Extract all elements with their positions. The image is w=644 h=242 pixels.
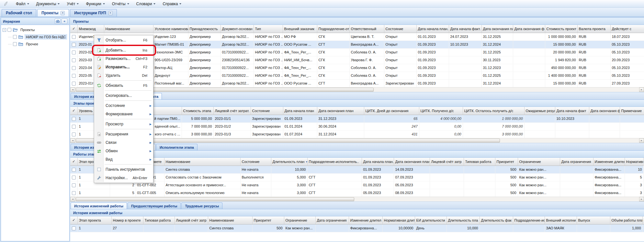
search-binoculars-icon[interactable]	[55, 18, 61, 24]
scroll-right-icon[interactable]: ►	[639, 87, 644, 92]
projects-hscrollbar[interactable]: ◄ ►	[70, 87, 644, 92]
main-tab-projects[interactable]: Проекты✕	[37, 9, 69, 17]
column-header[interactable]: Длительность пла	[446, 216, 480, 224]
column-header[interactable]: Внешний заказчик	[283, 25, 317, 33]
column-header[interactable]: Типовая работа	[464, 158, 495, 166]
stage-row[interactable]: 1еденной опыт...7 000 000,002023-01/2Зар…	[70, 122, 644, 130]
column-header[interactable]: ЦИТК. Получено д/с	[419, 107, 463, 115]
column-header[interactable]: Объём работы пла	[610, 216, 642, 224]
column-header[interactable]: ЕИ длительности	[415, 216, 446, 224]
row-checkbox[interactable]	[72, 58, 76, 62]
row-checkbox[interactable]	[72, 191, 76, 195]
row-checkbox[interactable]	[72, 35, 76, 39]
scroll-left-icon[interactable]: ◄	[70, 138, 75, 143]
row-checkbox[interactable]	[72, 168, 76, 172]
menu-item-toolbar-toggle[interactable]: Панель инструментов	[95, 165, 153, 174]
column-header[interactable]: Приоритет	[252, 216, 284, 224]
work-row[interactable]: 1101-СГТ-001Согласовать состав с Заказчи…	[70, 173, 643, 181]
menu-item-settings[interactable]: Настройки...Alt+Enter	[95, 174, 153, 182]
column-header[interactable]: Условное наименова	[153, 25, 188, 33]
project-row[interactable]: 2023-05ДредноутДемопример017310000922...…	[70, 72, 644, 79]
project-row[interactable]: 2023-04Вектор-АЦДемопример017310000922..…	[70, 64, 644, 72]
menu-item-preview[interactable]: Просмотр▶	[95, 120, 153, 128]
menu-item-view[interactable]: Вид▶	[95, 155, 153, 164]
tree-checkbox[interactable]	[13, 42, 17, 46]
row-checkbox[interactable]	[72, 82, 76, 86]
menubar-item-reports[interactable]: Отчёты	[108, 0, 133, 7]
scroll-left-icon[interactable]: ◄	[70, 197, 75, 202]
scroll-right-icon[interactable]: ►	[639, 138, 644, 143]
menu-item-delete[interactable]: УдалитьDel	[95, 71, 153, 80]
works-hscrollbar[interactable]: ◄ ►	[70, 197, 644, 202]
row-checkbox[interactable]	[72, 66, 76, 70]
column-header[interactable]: Подразделение-исполнитель..	[307, 158, 362, 166]
column-header[interactable]: Нормативная длит	[382, 216, 415, 224]
work-row[interactable]: 1Синтез сплаваНе начата10,00001.09.20231…	[70, 166, 643, 173]
stage-row[interactable]: 1кого отчета с ...3 000 000,002023-01/3З…	[70, 130, 644, 138]
column-header[interactable]: Состояние	[384, 25, 416, 33]
column-header[interactable]: Примечание	[620, 107, 644, 115]
column-header[interactable]: Дата окончания ф	[513, 25, 545, 33]
tree-item-prochee[interactable]: Прочее	[1, 40, 69, 48]
menu-item-state[interactable]: Состояние▶	[95, 101, 153, 110]
column-header[interactable]: Этап проекта	[77, 216, 111, 224]
close-tab-icon[interactable]: ✕	[61, 11, 65, 15]
project-row[interactable]: 2023-01Магнит ПМ085-01ДемопримерДоговор …	[70, 40, 644, 48]
project-row[interactable]: 2023-02Технология-ЭМСДемопример017310000…	[70, 48, 644, 56]
menu-item-extensions[interactable]: Расширения▶	[95, 130, 153, 138]
column-header[interactable]: Дата начала план.	[416, 25, 449, 33]
menu-item-formation[interactable]: Формирование▶	[95, 110, 153, 118]
column-header[interactable]: Дата начала факт.	[449, 25, 481, 33]
column-header[interactable]: Подразделение-от	[317, 25, 349, 33]
column-header[interactable]: Мнемокод	[77, 25, 104, 33]
column-header[interactable]: Выпуск	[577, 216, 610, 224]
tree-item-projects-root[interactable]: −Проекты	[1, 26, 69, 33]
menubar-item-functions[interactable]: Функции	[82, 0, 108, 7]
work-history-row[interactable]: 127Синтез сплава500Как можно ран...Фикси…	[70, 224, 644, 232]
column-header[interactable]: Наименование	[104, 25, 153, 33]
row-checkbox[interactable]	[72, 176, 76, 179]
column-header[interactable]: Изменение длител	[593, 158, 625, 166]
collapse-expander-icon[interactable]: −	[3, 28, 6, 32]
column-header[interactable]: Внешний исполни	[545, 216, 577, 224]
tab-work-predecessors[interactable]: Предшествующие работы	[128, 202, 181, 209]
menu-item-add[interactable]: Добавить...Ins	[95, 46, 153, 54]
menu-item-exchange[interactable]: Обмен▶	[95, 147, 153, 155]
column-header[interactable]: Лицевой счёт затр	[430, 158, 464, 166]
column-header[interactable]: Длительность план▼	[271, 158, 307, 166]
menu-item-refresh[interactable]: ОбновитьF5	[95, 81, 153, 90]
menu-item-edit[interactable]: Исправить...F2	[95, 63, 153, 71]
column-header[interactable]: Стоимость этапа	[182, 107, 213, 115]
column-header[interactable]: Дата начала план.	[362, 158, 394, 166]
column-header[interactable]: Тип	[254, 25, 283, 33]
menu-item-copy[interactable]: Скопировать...	[95, 91, 153, 100]
tree-item-niokr-goz-bez-nds[interactable]: НИОКР по ГОЗ без НДС	[1, 33, 69, 40]
work-row[interactable]: 1201-СГТ-002Аттестация основного и приме…	[70, 181, 643, 189]
scroll-left-icon[interactable]: ◄	[70, 87, 75, 92]
menu-item-duplicate[interactable]: Размножить...Ctrl+F3	[95, 54, 153, 63]
column-header[interactable]: Наименование	[208, 216, 252, 224]
column-header[interactable]: Дата окончания план	[317, 107, 364, 115]
work-row[interactable]: 1501-СГТ-005Описать используемую техноло…	[70, 189, 643, 197]
column-header[interactable]: Ответственный	[349, 25, 384, 33]
row-checkbox[interactable]	[72, 125, 76, 129]
column-header[interactable]: Лицевой счёт затр	[175, 216, 208, 224]
column-header[interactable]: Ограничение	[518, 158, 560, 166]
column-header[interactable]: Ограничение	[284, 216, 315, 224]
main-tab-desktop[interactable]: Рабочий стол	[2, 9, 36, 17]
column-header[interactable]: Дата ограничения	[560, 158, 593, 166]
collapse-panel-icon[interactable]: «	[62, 18, 67, 24]
column-header[interactable]: Документ-основан	[220, 25, 254, 33]
menu-item-filter[interactable]: Отобрать...F6	[95, 36, 153, 44]
scroll-right-icon[interactable]: ►	[639, 197, 644, 202]
column-header[interactable]: Изменение длител	[349, 216, 382, 224]
column-header[interactable]: Длительность фак	[480, 216, 513, 224]
column-header[interactable]: Приоритет	[495, 158, 518, 166]
column-header[interactable]: ✓	[70, 25, 77, 33]
column-header[interactable]: Номер в проекте	[111, 216, 143, 224]
menubar-item-dictionaries[interactable]: Словари	[133, 0, 159, 7]
column-header[interactable]: Действует с	[610, 25, 644, 33]
row-checkbox[interactable]	[72, 117, 76, 121]
row-checkbox[interactable]	[72, 74, 76, 78]
column-header[interactable]: Дата начала план	[283, 107, 317, 115]
